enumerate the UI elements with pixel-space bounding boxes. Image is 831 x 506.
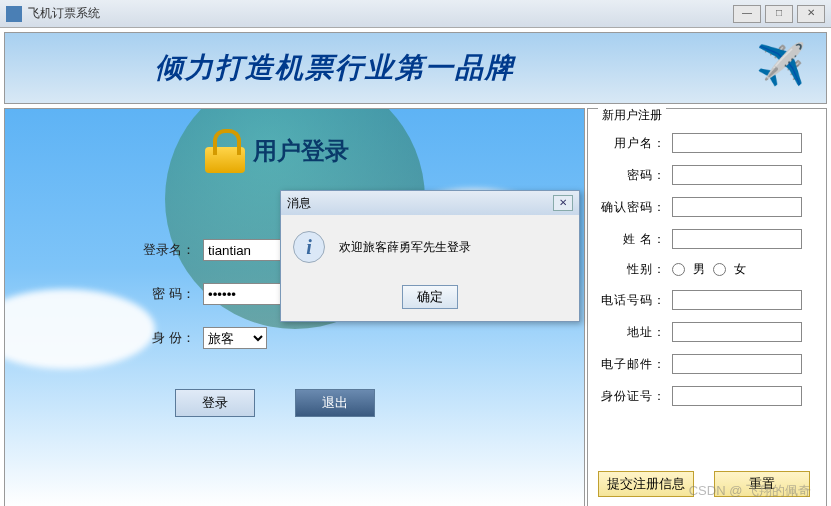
gender-male-label: 男: [693, 261, 705, 278]
submit-register-button[interactable]: 提交注册信息: [598, 471, 694, 497]
reg-gender-label: 性别：: [594, 261, 666, 278]
cloud-graphic: [4, 289, 155, 369]
reg-address-input[interactable]: [672, 322, 802, 342]
register-form: 用户名： 密码： 确认密码： 姓 名： 性别： 男 女 电话号码： 地址： 电子…: [594, 133, 820, 406]
login-button[interactable]: 登录: [175, 389, 255, 417]
watermark: CSDN @ 飞翔的佩奇: [689, 482, 811, 500]
lock-icon: [205, 129, 245, 173]
window-title: 飞机订票系统: [28, 5, 729, 22]
dialog-message: 欢迎旅客薛勇军先生登录: [339, 239, 471, 256]
reg-confirm-label: 确认密码：: [594, 199, 666, 216]
reg-password-label: 密码：: [594, 167, 666, 184]
exit-button[interactable]: 退出: [295, 389, 375, 417]
close-button[interactable]: ✕: [797, 5, 825, 23]
role-select[interactable]: 旅客: [203, 327, 267, 349]
reg-username-label: 用户名：: [594, 135, 666, 152]
reg-phone-input[interactable]: [672, 290, 802, 310]
login-title: 用户登录: [253, 135, 349, 167]
reg-name-label: 姓 名：: [594, 231, 666, 248]
dialog-title: 消息: [287, 195, 553, 212]
register-legend: 新用户注册: [598, 107, 666, 124]
reg-phone-label: 电话号码：: [594, 292, 666, 309]
window-buttons: — □ ✕: [729, 5, 825, 23]
username-label: 登录名：: [135, 241, 195, 259]
dialog-close-button[interactable]: ✕: [553, 195, 573, 211]
login-buttons: 登录 退出: [175, 389, 375, 417]
register-panel: 新用户注册 用户名： 密码： 确认密码： 姓 名： 性别： 男 女 电话号码： …: [587, 108, 827, 506]
gender-male-radio[interactable]: [672, 263, 685, 276]
gender-group: 男 女: [672, 261, 746, 278]
titlebar: 飞机订票系统 — □ ✕: [0, 0, 831, 28]
password-label: 密 码：: [135, 285, 195, 303]
reg-idcard-input[interactable]: [672, 386, 802, 406]
role-label: 身 份：: [135, 329, 195, 347]
minimize-button[interactable]: —: [733, 5, 761, 23]
plane-icon: ✈️: [756, 41, 806, 88]
maximize-button[interactable]: □: [765, 5, 793, 23]
login-header: 用户登录: [205, 129, 349, 173]
reg-password-input[interactable]: [672, 165, 802, 185]
reg-email-input[interactable]: [672, 354, 802, 374]
gender-female-radio[interactable]: [713, 263, 726, 276]
message-dialog: 消息 ✕ i 欢迎旅客薛勇军先生登录 确定: [280, 190, 580, 322]
dialog-body: i 欢迎旅客薛勇军先生登录: [281, 215, 579, 279]
reg-address-label: 地址：: [594, 324, 666, 341]
reg-email-label: 电子邮件：: [594, 356, 666, 373]
info-icon: i: [293, 231, 325, 263]
gender-female-label: 女: [734, 261, 746, 278]
banner: 倾力打造机票行业第一品牌 ✈️: [4, 32, 827, 104]
dialog-ok-button[interactable]: 确定: [402, 285, 458, 309]
reg-idcard-label: 身份证号：: [594, 388, 666, 405]
reg-name-input[interactable]: [672, 229, 802, 249]
dialog-titlebar: 消息 ✕: [281, 191, 579, 215]
reg-confirm-input[interactable]: [672, 197, 802, 217]
dialog-footer: 确定: [281, 279, 579, 321]
reg-username-input[interactable]: [672, 133, 802, 153]
app-icon: [6, 6, 22, 22]
banner-slogan: 倾力打造机票行业第一品牌: [155, 49, 515, 87]
